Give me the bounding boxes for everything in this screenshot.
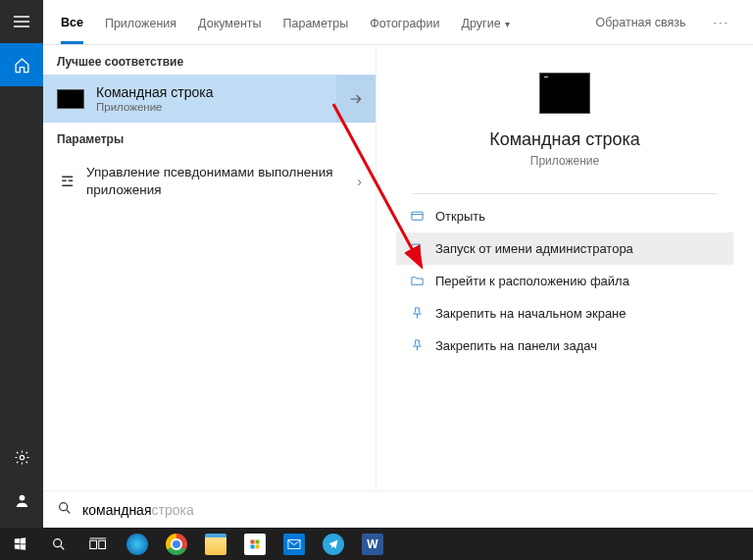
open-icon [406, 209, 427, 224]
svg-rect-7 [90, 540, 97, 548]
taskbar-app-word[interactable]: W [353, 528, 392, 560]
result-subtitle: Приложение [96, 101, 328, 113]
result-title: Командная строка [96, 84, 328, 100]
best-match-result[interactable]: Командная строка Приложение [43, 75, 376, 123]
svg-rect-8 [99, 540, 106, 548]
best-match-header: Лучшее соответствие [43, 45, 376, 75]
svg-point-6 [54, 538, 62, 546]
more-button[interactable]: ··· [708, 16, 735, 29]
svg-point-0 [20, 455, 24, 459]
taskbar-app-mail[interactable] [275, 528, 314, 560]
tab-photos[interactable]: Фотографии [370, 3, 439, 42]
tab-other[interactable]: Другие▾ [462, 3, 510, 42]
svg-rect-10 [256, 539, 260, 543]
search-completion-hint: строка [151, 502, 193, 518]
chevron-down-icon: ▾ [505, 19, 510, 29]
start-button[interactable] [0, 528, 39, 560]
pin-taskbar-icon [406, 338, 427, 353]
profile-button[interactable] [0, 479, 43, 522]
hamburger-button[interactable] [0, 0, 43, 43]
settings-button[interactable] [0, 435, 43, 479]
admin-icon [406, 241, 427, 256]
search-panel: Все Приложения Документы Параметры Фотог… [43, 0, 753, 528]
svg-rect-2 [411, 212, 422, 220]
task-view-button[interactable] [78, 528, 118, 560]
tab-docs[interactable]: Документы [198, 3, 261, 42]
action-label: Закрепить на начальном экране [435, 306, 627, 321]
svg-point-4 [60, 502, 68, 510]
filter-tabs: Все Приложения Документы Параметры Фотог… [43, 0, 753, 45]
chevron-right-icon: › [357, 174, 362, 189]
taskbar-app-edge[interactable] [118, 528, 157, 560]
action-label: Закрепить на панели задач [435, 338, 597, 353]
settings-result[interactable]: ☲ Управление псевдонимами выполнения при… [43, 152, 376, 211]
cmd-large-icon [539, 73, 590, 114]
pin-start-icon [406, 306, 427, 321]
taskbar-app-telegram[interactable] [314, 528, 353, 560]
taskbar-app-chrome[interactable] [157, 528, 196, 560]
taskbar-app-store[interactable] [235, 528, 275, 560]
svg-rect-11 [251, 544, 255, 548]
results-column: Лучшее соответствие Командная строка При… [43, 45, 376, 490]
action-open-location[interactable]: Перейти к расположению файла [396, 265, 733, 297]
action-run-admin[interactable]: Запуск от имени администратора [396, 232, 733, 265]
divider [413, 193, 717, 194]
action-open[interactable]: Открыть [396, 200, 733, 232]
detail-subtitle: Приложение [530, 154, 599, 168]
detail-title: Командная строка [489, 129, 640, 150]
settings-result-text: Управление псевдонимами выполнения прило… [86, 164, 357, 199]
action-label: Запуск от имени администратора [435, 241, 633, 256]
svg-rect-12 [256, 544, 260, 548]
search-input-row[interactable]: командная строка [43, 490, 753, 528]
search-typed-text: командная [82, 502, 151, 518]
detail-column: Командная строка Приложение Открыть Запу… [376, 45, 753, 490]
cmd-icon [57, 89, 84, 109]
home-button[interactable] [0, 43, 43, 86]
action-label: Перейти к расположению файла [435, 274, 629, 288]
folder-icon [406, 274, 427, 288]
parameters-header: Параметры [43, 123, 376, 152]
action-pin-taskbar[interactable]: Закрепить на панели задач [396, 330, 733, 362]
tab-apps[interactable]: Приложения [105, 3, 176, 42]
nav-rail [0, 0, 43, 528]
tab-settings[interactable]: Параметры [283, 3, 349, 42]
search-icon [57, 500, 73, 520]
svg-rect-9 [251, 539, 255, 543]
action-label: Открыть [435, 209, 485, 224]
list-icon: ☲ [57, 173, 76, 190]
feedback-link[interactable]: Обратная связь [595, 16, 685, 29]
svg-point-1 [19, 494, 25, 500]
taskbar: W [0, 528, 753, 560]
taskbar-app-explorer[interactable] [196, 528, 235, 560]
taskbar-search-button[interactable] [39, 528, 78, 560]
action-pin-start[interactable]: Закрепить на начальном экране [396, 297, 733, 330]
tab-all[interactable]: Все [61, 2, 83, 44]
svg-rect-13 [288, 539, 300, 548]
expand-arrow-button[interactable] [336, 76, 376, 123]
